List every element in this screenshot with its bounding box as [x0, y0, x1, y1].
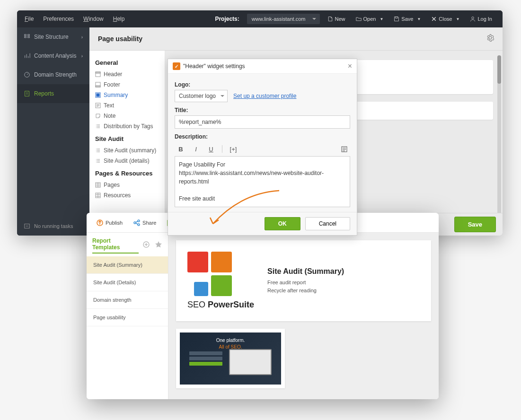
chevron-down-icon: ▼: [380, 17, 383, 21]
seo-powersuite-logo: [187, 252, 254, 296]
chevron-right-icon: ›: [81, 53, 83, 59]
set-up-customer-profile-link[interactable]: Set up a customer profile: [233, 93, 296, 99]
italic-button[interactable]: I: [190, 144, 202, 154]
paragraph-icon: [341, 146, 347, 152]
favorite-button[interactable]: [155, 241, 162, 250]
title-field-label: Title:: [175, 107, 350, 114]
publish-button[interactable]: Publish: [92, 217, 126, 228]
template-site-audit-summary[interactable]: Site Audit (Summary): [87, 256, 168, 274]
widget-audit-details[interactable]: Site Audit (details): [95, 156, 159, 166]
template-page-usability[interactable]: Page usability: [87, 309, 168, 326]
template-site-audit-details[interactable]: Site Audit (Details): [87, 274, 168, 291]
save-button-top[interactable]: Save ▼: [391, 14, 424, 24]
thumbnail-form-graphic: [189, 351, 222, 367]
widget-label: Footer: [104, 81, 120, 88]
widget-audit-summary[interactable]: Site Audit (summary): [95, 145, 159, 156]
widget-pages[interactable]: Pages: [95, 180, 159, 190]
widget-header[interactable]: Header: [95, 69, 159, 79]
new-button[interactable]: New: [325, 14, 348, 24]
logo-text: SEO PowerSuite: [187, 300, 254, 310]
sidebar-item-content-analysis[interactable]: Content Analysis ›: [17, 46, 89, 65]
insert-variable-button[interactable]: [+]: [227, 144, 239, 154]
no-tasks-label: No running tasks: [34, 223, 73, 229]
template-preview-pane: SEO PowerSuite Site Audit (Summary) Free…: [168, 233, 439, 399]
widget-label: Resources: [104, 192, 131, 199]
table-icon: [95, 192, 101, 198]
structure-icon: [24, 34, 30, 40]
rich-text-toolbar: B I U [+]: [175, 142, 350, 156]
bold-button[interactable]: B: [175, 144, 187, 154]
publish-icon: [96, 219, 104, 227]
menu-help[interactable]: Help: [113, 16, 125, 22]
close-button-top[interactable]: Close ▼: [428, 14, 462, 24]
project-dropdown[interactable]: www.link-assistant.com: [247, 14, 320, 24]
svg-point-22: [138, 224, 140, 226]
widget-summary[interactable]: Summary: [95, 90, 159, 100]
login-button[interactable]: Log In: [467, 14, 495, 24]
add-template-button[interactable]: [142, 241, 150, 250]
svg-rect-12: [96, 86, 100, 87]
chevron-down-icon: ▼: [417, 17, 421, 21]
table-icon: [95, 182, 101, 188]
sidebar-item-domain-strength[interactable]: Domain Strength: [17, 65, 89, 84]
widget-text[interactable]: Text: [95, 100, 159, 111]
logo-dropdown[interactable]: Customer logo: [175, 90, 228, 102]
dialog-close-button[interactable]: ×: [348, 62, 352, 70]
sidebar-item-reports[interactable]: Reports: [17, 84, 89, 103]
login-label: Log In: [477, 16, 492, 22]
gear-icon: [486, 34, 494, 42]
settings-gear-button[interactable]: [486, 34, 494, 44]
widget-section-general: General: [95, 59, 159, 66]
report-templates-window: Publish Share Schedule Tasks& Alerts Qui…: [87, 213, 439, 399]
page-title: Page usability: [98, 35, 142, 43]
svg-point-21: [138, 220, 140, 222]
widget-label: Summary: [104, 92, 128, 98]
save-label: Save: [401, 16, 413, 22]
share-label: Share: [142, 220, 156, 226]
description-field-label: Description:: [175, 133, 350, 140]
widget-resources[interactable]: Resources: [95, 190, 159, 201]
report-subtitle-1: Free audit report: [267, 279, 344, 287]
summary-box-icon: [95, 92, 101, 98]
report-title: Site Audit (Summary): [267, 267, 344, 276]
widget-label: Site Audit (summary): [104, 147, 156, 154]
underline-button[interactable]: U: [205, 144, 217, 154]
description-textarea[interactable]: Page Usability For https://www.link-assi…: [175, 156, 350, 207]
cancel-button[interactable]: Cancel: [305, 217, 350, 230]
dialog-title: "Header" widget settings: [183, 63, 348, 70]
title-input[interactable]: [175, 115, 350, 129]
close-x-icon: [431, 16, 437, 22]
report-header-card: SEO PowerSuite Site Audit (Summary) Free…: [176, 240, 431, 321]
text-box-icon: [95, 103, 101, 108]
dialog-header: ✓ "Header" widget settings ×: [168, 59, 357, 74]
save-button[interactable]: Save: [454, 217, 496, 232]
dialog-app-icon: ✓: [173, 62, 180, 70]
open-button[interactable]: Open ▼: [353, 14, 387, 24]
widget-distribution[interactable]: Distribution by Tags: [95, 121, 159, 131]
ok-button[interactable]: OK: [265, 217, 300, 230]
new-label: New: [335, 16, 345, 22]
scrollbar[interactable]: [497, 55, 501, 231]
menu-preferences[interactable]: Preferences: [43, 16, 74, 22]
menu-window[interactable]: Window: [83, 16, 104, 22]
menu-file[interactable]: File: [25, 16, 34, 22]
save-icon: [394, 16, 399, 22]
sidebar-item-site-structure[interactable]: Site Structure ›: [17, 27, 89, 46]
widget-footer[interactable]: Footer: [95, 79, 159, 90]
tasks-icon: [24, 223, 30, 229]
left-sidebar: Site Structure › Content Analysis › Doma…: [17, 27, 89, 236]
scrollbar-thumb[interactable]: [497, 55, 501, 84]
close-label: Close: [439, 16, 452, 22]
share-button[interactable]: Share: [129, 217, 160, 228]
logo-field-label: Logo:: [175, 81, 350, 88]
widget-note[interactable]: Note: [95, 111, 159, 121]
expand-editor-button[interactable]: [338, 144, 350, 154]
template-domain-strength[interactable]: Domain strength: [87, 291, 168, 309]
thumb-text-1: One platform.: [216, 338, 245, 343]
projects-label: Projects:: [215, 16, 239, 22]
panel-header: Page usability: [89, 27, 503, 51]
templates-tab[interactable]: Report Templates: [92, 237, 139, 254]
open-label: Open: [363, 16, 376, 22]
gauge-icon: [24, 71, 30, 78]
svg-rect-2: [25, 35, 26, 36]
